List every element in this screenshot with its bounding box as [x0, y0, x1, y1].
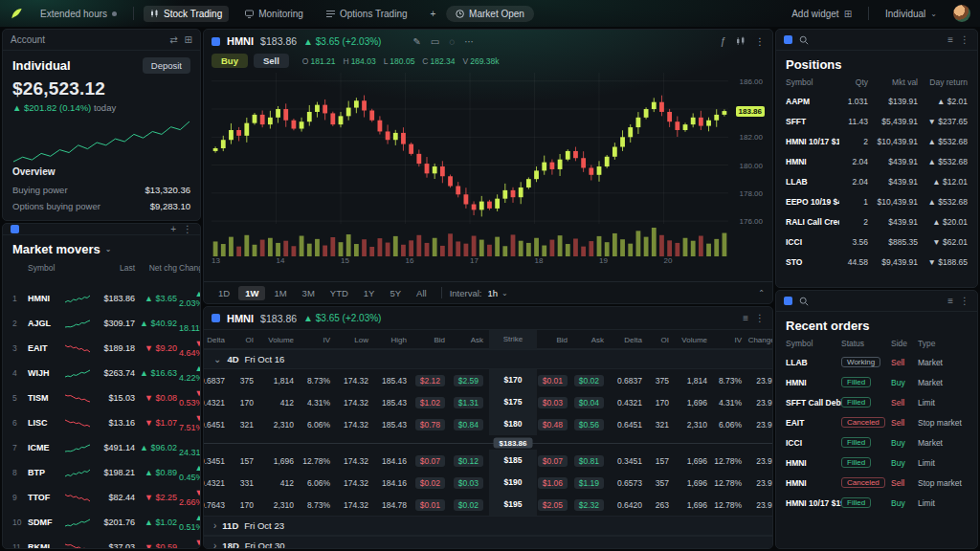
order-row[interactable]: LLABWorkingSellMarket [776, 352, 977, 372]
option-row[interactable]: 0.76431702,3108.73%174.32184.78$0.01$0.0… [204, 494, 772, 516]
widget-color-square-icon[interactable] [11, 225, 19, 233]
kebab-menu-icon[interactable]: ⋮ [960, 34, 969, 45]
account-selector-dropdown[interactable]: Individual ⌄ [879, 6, 944, 22]
timeframe-5y[interactable]: 5Y [383, 286, 408, 300]
tab-monitoring[interactable]: Monitoring [238, 6, 310, 22]
widget-color-square-icon[interactable] [212, 314, 220, 322]
add-icon[interactable]: + [170, 224, 176, 234]
avatar[interactable] [953, 5, 970, 22]
option-expiry-group[interactable]: ›11DFri Oct 23 [204, 516, 772, 536]
timeframe-all[interactable]: All [410, 286, 434, 300]
call-bid-button[interactable]: $0.78 [415, 419, 445, 430]
timeframe-3m[interactable]: 3M [296, 286, 322, 300]
order-row[interactable]: EAITCanceledSellStop market [776, 412, 977, 432]
more-tools-icon[interactable]: ⋯ [464, 36, 474, 47]
mover-row[interactable]: 10SDMF$201.76▲ $1.02▲ 0.51% [3, 510, 200, 535]
timeframe-1y[interactable]: 1Y [357, 286, 382, 300]
position-row[interactable]: LLAB2.04$439.91▲ $12.01 [776, 171, 977, 191]
search-icon[interactable] [799, 35, 809, 45]
kebab-menu-icon[interactable]: ⋮ [183, 224, 192, 234]
put-bid-button[interactable]: $1.06 [538, 477, 568, 489]
put-ask-button[interactable]: $0.04 [574, 397, 604, 408]
option-expiry-group[interactable]: ›18DFri Oct 30 [204, 536, 772, 548]
grid-icon[interactable]: ⊞ [185, 34, 192, 45]
tab-stock-trading[interactable]: Stock Trading [144, 6, 229, 22]
widget-color-square-icon[interactable] [784, 297, 792, 305]
kebab-menu-icon[interactable]: ⋮ [755, 313, 765, 323]
draw-circle-icon[interactable]: ◌ [449, 36, 455, 47]
search-icon[interactable] [799, 297, 809, 306]
call-ask-button[interactable]: $0.03 [454, 477, 483, 489]
position-row[interactable]: RALI Call Credit Spread2$439.91▲ $20.01 [776, 211, 977, 231]
deposit-button[interactable]: Deposit [143, 57, 190, 74]
timeframe-1d[interactable]: 1D [212, 286, 236, 300]
tab-options-trading[interactable]: Options Trading [320, 6, 414, 22]
put-bid-button[interactable]: $2.05 [538, 499, 568, 511]
call-ask-button[interactable]: $0.84 [454, 419, 483, 430]
buy-button[interactable]: Buy [212, 54, 248, 68]
option-row[interactable]: 0.43213314126.06%174.32184.16$0.02$0.03$… [204, 472, 772, 494]
call-bid-button[interactable]: $0.07 [415, 455, 445, 467]
timeframe-1m[interactable]: 1M [267, 286, 293, 300]
add-tab-button[interactable]: + [424, 6, 443, 22]
put-bid-button[interactable]: $0.48 [538, 419, 568, 430]
mover-row[interactable]: 2AJGL$309.17▲ $40.92▲ 18.11% [3, 311, 200, 336]
put-ask-button[interactable]: $0.02 [574, 375, 604, 386]
position-row[interactable]: AAPM1.031$139.91▲ $2.01 [776, 91, 977, 111]
candlestick-chart[interactable]: 186.00184.00182.00180.00178.00176.00 183… [212, 73, 765, 224]
widget-color-square-icon[interactable] [784, 35, 792, 44]
option-expiry-group[interactable]: ⌄4DFri Oct 16 [204, 349, 772, 369]
widget-color-square-icon[interactable] [212, 37, 220, 46]
order-row[interactable]: HMNIFilledBuyMarket [776, 372, 977, 392]
brand-logo-icon[interactable] [10, 7, 24, 21]
option-row[interactable]: 0.64513212,3106.06%174.32185.43$0.78$0.8… [204, 413, 772, 435]
add-widget-button[interactable]: Add widget ⊞ [785, 6, 858, 22]
list-settings-icon[interactable]: ≡ [947, 296, 953, 306]
transfer-icon[interactable]: ⇄ [169, 34, 177, 45]
order-row[interactable]: SFFT Call Debit SpreadFilledSellLimit [776, 392, 977, 412]
list-settings-icon[interactable]: ≡ [947, 34, 953, 45]
timeframe-ytd[interactable]: YTD [323, 286, 355, 300]
call-ask-button[interactable]: $2.59 [454, 375, 483, 386]
position-row[interactable]: SFFT11.43$5,439.91▼ $237.65 [776, 111, 977, 131]
extended-hours-toggle[interactable]: Extended hours [33, 6, 123, 22]
position-row[interactable]: HMNI 10/17 $195 Call2$10,439.91▲ $532.68 [776, 131, 977, 151]
put-ask-button[interactable]: $1.19 [574, 477, 604, 489]
sell-button[interactable]: Sell [254, 54, 289, 68]
call-bid-button[interactable]: $2.12 [415, 375, 445, 386]
mover-row[interactable]: 7ICME$491.14▲ $96.02▲ 24.31% [3, 435, 200, 460]
kebab-menu-icon[interactable]: ⋮ [755, 35, 766, 47]
chart-type-icon[interactable] [736, 36, 746, 46]
order-row[interactable]: HMNIFilledBuyLimit [776, 452, 977, 473]
call-ask-button[interactable]: $1.31 [454, 397, 483, 408]
mover-row[interactable]: 8BTP$198.21▲ $0.89▲ 0.45% [3, 460, 200, 485]
mover-row[interactable]: 5TISM$15.03▼ $0.08▼ 0.53% [3, 386, 200, 410]
put-bid-button[interactable]: $0.01 [538, 375, 568, 386]
order-row[interactable]: HMNI 10/17 $195 CallFilledBuyLimit [776, 493, 977, 513]
put-ask-button[interactable]: $0.81 [574, 455, 604, 467]
put-bid-button[interactable]: $0.07 [538, 455, 568, 467]
put-bid-button[interactable]: $0.03 [538, 397, 568, 408]
order-row[interactable]: ICCIFilledBuyMarket [776, 432, 977, 452]
indicators-fx-icon[interactable]: ƒ [721, 35, 726, 47]
order-row[interactable]: HMNICanceledSellStop market [776, 473, 977, 493]
call-ask-button[interactable]: $0.12 [454, 455, 483, 467]
mover-row[interactable]: 4WIJH$263.74▲ $16.63▲ 4.22% [3, 361, 200, 386]
put-ask-button[interactable]: $0.56 [574, 419, 604, 430]
chevron-down-icon[interactable]: ⌄ [501, 289, 508, 298]
call-bid-button[interactable]: $1.02 [415, 397, 445, 408]
put-ask-button[interactable]: $2.32 [574, 499, 604, 511]
call-ask-button[interactable]: $0.02 [454, 499, 483, 511]
call-bid-button[interactable]: $0.01 [415, 499, 445, 511]
position-row[interactable]: HMNI2.04$439.91▲ $532.68 [776, 151, 977, 171]
chevron-down-icon[interactable]: ⌄ [105, 245, 112, 253]
option-row[interactable]: 0.34511571,69612.78%174.32184.16$0.07$0.… [204, 450, 772, 472]
position-row[interactable]: EEPO 10/19 $456 Put1$10,439.91▲ $532.68 [776, 191, 977, 211]
mover-row[interactable]: 11RKML$37.03▼ $0.59▼ 1.57% [3, 535, 200, 549]
kebab-menu-icon[interactable]: ⋮ [960, 296, 969, 306]
mover-row[interactable]: 6LISC$13.16▼ $1.07▼ 7.51% [3, 410, 200, 435]
position-row[interactable]: ICCI3.56$885.35▼ $62.01 [776, 231, 977, 252]
mover-row[interactable]: 9TTOF$82.44▼ $2.25▼ 2.66% [3, 485, 200, 510]
call-bid-button[interactable]: $0.02 [415, 477, 445, 489]
position-row[interactable]: STO44.58$9,439.91▼ $188.65 [776, 252, 977, 272]
